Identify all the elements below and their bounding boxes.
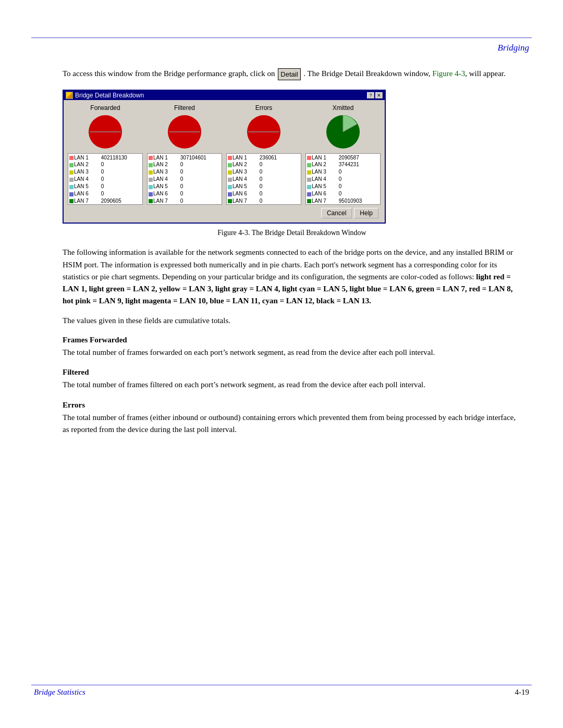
xmitted-header: Xmitted: [333, 104, 354, 112]
table-row: LAN 20: [68, 161, 143, 168]
forwarded-header: Forwarded: [90, 104, 120, 112]
table-row: LAN 72090605: [68, 198, 143, 205]
table-row: LAN 60: [68, 190, 143, 198]
filtered-section-body: The total number of frames filtered on e…: [63, 379, 521, 391]
filtered-section: Filtered The total number of frames filt…: [63, 368, 521, 391]
figure-link[interactable]: Figure 4-3: [432, 69, 465, 78]
cancel-button[interactable]: Cancel: [321, 208, 352, 218]
window-controls: ? ✕: [367, 92, 383, 98]
table-row: LAN 1236061: [227, 154, 301, 161]
intro-text3: , will appear.: [465, 69, 505, 78]
table-row: LAN 1307104601: [148, 154, 222, 161]
filtered-column: Filtered LAN 1307104601 LAN 20 LAN 30 LA…: [147, 104, 222, 205]
table-row: LAN 23744231: [306, 161, 381, 168]
top-rule: [31, 38, 532, 38]
table-row: LAN 40: [68, 176, 143, 183]
bridge-detail-window: Bridge Detail Breakdown ? ✕ Forwarded: [63, 90, 386, 224]
forwarded-pie: [87, 114, 124, 150]
intro-paragraph: To access this window from the Bridge pe…: [63, 68, 521, 80]
window-body: Forwarded LAN 1402118130 LAN 20 LAN 30 L…: [64, 100, 385, 223]
table-row: LAN 12090587: [306, 154, 381, 161]
filtered-header: Filtered: [174, 104, 195, 112]
filtered-pie: [166, 114, 203, 150]
help-ctrl[interactable]: ?: [367, 92, 374, 98]
footer-right: 4-19: [515, 688, 530, 697]
table-row: LAN 30: [68, 168, 143, 176]
cumulative-note: The values given in these fields are cum…: [63, 315, 521, 327]
forwarded-column: Forwarded LAN 1402118130 LAN 20 LAN 30 L…: [68, 104, 143, 205]
table-row: LAN 70: [227, 198, 301, 205]
help-button[interactable]: Help: [354, 208, 378, 218]
body-paragraph-1: The following information is available f…: [63, 246, 521, 307]
errors-column: Errors LAN 1236061 LAN 20 LAN 30 LAN 40 …: [226, 104, 301, 205]
footer-left: Bridge Statistics: [34, 688, 85, 697]
titlebar-left: Bridge Detail Breakdown: [66, 92, 144, 99]
table-row: LAN 60: [227, 190, 301, 198]
table-row: LAN 30: [306, 168, 381, 176]
xmitted-table: LAN 12090587 LAN 23744231 LAN 30 LAN 40 …: [305, 153, 381, 205]
errors-section-body: The total number of frames (either inbou…: [63, 412, 521, 436]
table-row: LAN 795010903: [306, 198, 381, 205]
table-row: LAN 50: [227, 183, 301, 190]
bottom-rule: [31, 685, 532, 685]
close-ctrl[interactable]: ✕: [375, 92, 383, 98]
errors-pie: [246, 114, 282, 150]
table-row: LAN 30: [148, 168, 222, 176]
table-row: LAN 60: [148, 190, 222, 198]
filtered-table: LAN 1307104601 LAN 20 LAN 30 LAN 40 LAN …: [147, 153, 222, 205]
table-row: LAN 50: [148, 183, 222, 190]
table-row: LAN 50: [306, 183, 381, 190]
page-title: Bridging: [498, 43, 529, 53]
table-row: LAN 30: [227, 168, 301, 176]
frames-forwarded-body: The total number of frames forwarded on …: [63, 347, 521, 359]
figure-caption: Figure 4-3. The Bridge Detail Breakdown …: [63, 229, 521, 237]
main-content: To access this window from the Bridge pe…: [63, 68, 521, 445]
intro-text2: . The Bridge Detail Breakdown window,: [303, 69, 430, 78]
window-title: Bridge Detail Breakdown: [75, 92, 144, 99]
errors-section-header: Errors: [63, 401, 521, 410]
window-app-icon: [66, 92, 73, 99]
xmitted-column: Xmitted LAN 12090587 LAN 23744231 LAN 30…: [305, 104, 381, 205]
table-row: LAN 40: [306, 176, 381, 183]
table-row: LAN 20: [227, 161, 301, 168]
table-row: LAN 20: [148, 161, 222, 168]
table-row: LAN 1402118130: [68, 154, 143, 161]
errors-section: Errors The total number of frames (eithe…: [63, 401, 521, 436]
table-row: LAN 60: [306, 190, 381, 198]
errors-table: LAN 1236061 LAN 20 LAN 30 LAN 40 LAN 50 …: [226, 153, 301, 205]
forwarded-table: LAN 1402118130 LAN 20 LAN 30 LAN 40 LAN …: [68, 153, 143, 205]
table-row: LAN 50: [68, 183, 143, 190]
detail-button[interactable]: Detail: [278, 68, 300, 81]
button-row: Cancel Help: [68, 208, 381, 218]
table-row: LAN 70: [148, 198, 222, 205]
xmitted-pie: [325, 114, 361, 150]
errors-header: Errors: [255, 104, 273, 112]
columns-area: Forwarded LAN 1402118130 LAN 20 LAN 30 L…: [68, 104, 381, 205]
window-titlebar: Bridge Detail Breakdown ? ✕: [64, 91, 385, 100]
intro-text1: To access this window from the Bridge pe…: [63, 69, 275, 78]
frames-forwarded-section: Frames Forwarded The total number of fra…: [63, 336, 521, 359]
table-row: LAN 40: [148, 176, 222, 183]
frames-forwarded-header: Frames Forwarded: [63, 336, 521, 344]
filtered-section-header: Filtered: [63, 368, 521, 377]
table-row: LAN 40: [227, 176, 301, 183]
